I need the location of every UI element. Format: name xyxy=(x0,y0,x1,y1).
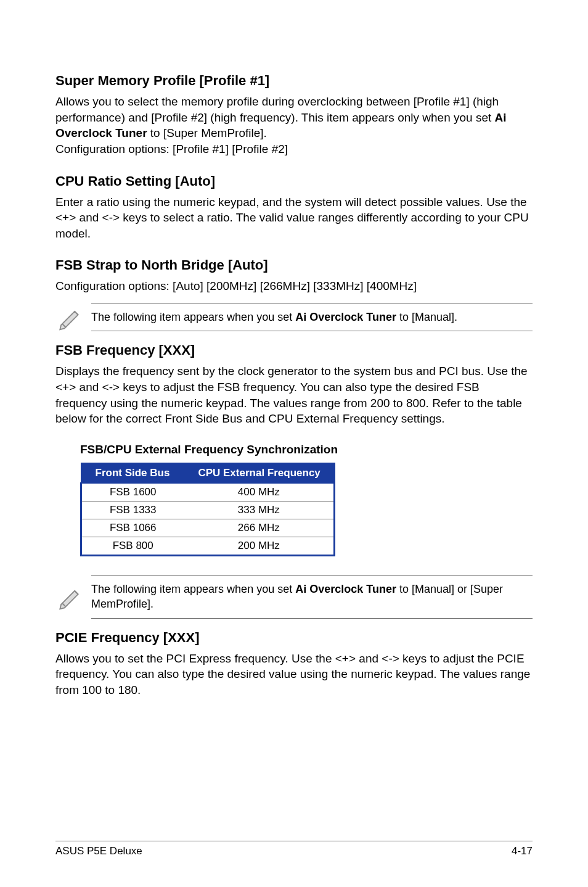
note-box: The following item appears when you set … xyxy=(55,303,533,331)
paragraph: Displays the frequency sent by the clock… xyxy=(55,363,533,427)
table-row: FSB 1600 400 MHz xyxy=(81,483,335,501)
table-cell: FSB 800 xyxy=(81,537,184,555)
table-cell: 200 MHz xyxy=(184,537,334,555)
section-pcie-frequency: PCIE Frequency [XXX] Allows you to set t… xyxy=(55,630,533,698)
frequency-table: Front Side Bus CPU External Frequency FS… xyxy=(80,463,335,556)
section-fsb-frequency: FSB Frequency [XXX] Displays the frequen… xyxy=(55,342,533,427)
note-content: The following item appears when you set … xyxy=(91,575,533,619)
section-super-memory-profile: Super Memory Profile [Profile #1] Allows… xyxy=(55,73,533,157)
table-cell: 400 MHz xyxy=(184,483,334,501)
pencil-icon xyxy=(55,583,83,610)
table-header-cell: CPU External Frequency xyxy=(184,463,334,483)
table-cell: FSB 1066 xyxy=(81,519,184,537)
table-cell: 333 MHz xyxy=(184,501,334,519)
note-box: The following item appears when you set … xyxy=(55,575,533,619)
text: to [Manual]. xyxy=(396,311,457,323)
table-cell: FSB 1600 xyxy=(81,483,184,501)
paragraph-config-options: Configuration options: [Profile #1] [Pro… xyxy=(55,141,533,157)
bold-text: Ai Overclock Tuner xyxy=(295,311,396,323)
table-header-cell: Front Side Bus xyxy=(81,463,184,483)
bold-text: Ai Overclock Tuner xyxy=(295,583,396,595)
text: The following item appears when you set xyxy=(91,311,295,323)
table-caption: FSB/CPU External Frequency Synchronizati… xyxy=(80,443,533,456)
section-cpu-ratio-setting: CPU Ratio Setting [Auto] Enter a ratio u… xyxy=(55,173,533,242)
text: Allows you to select the memory profile … xyxy=(55,95,499,124)
text: to [Super MemProfile]. xyxy=(147,126,267,139)
paragraph: Enter a ratio using the numeric keypad, … xyxy=(55,194,533,242)
table-cell: FSB 1333 xyxy=(81,501,184,519)
paragraph: Allows you to set the PCI Express freque… xyxy=(55,651,533,698)
page-footer: ASUS P5E Deluxe 4-17 xyxy=(55,841,533,857)
heading-fsb-strap: FSB Strap to North Bridge [Auto] xyxy=(55,257,533,273)
heading-fsb-frequency: FSB Frequency [XXX] xyxy=(55,342,533,358)
footer-product-name: ASUS P5E Deluxe xyxy=(55,845,142,857)
table-row: FSB 1066 266 MHz xyxy=(81,519,335,537)
heading-cpu-ratio-setting: CPU Ratio Setting [Auto] xyxy=(55,173,533,189)
table-row: FSB 1333 333 MHz xyxy=(81,501,335,519)
table-fsb-cpu-sync: FSB/CPU External Frequency Synchronizati… xyxy=(80,443,533,556)
footer-page-number: 4-17 xyxy=(512,845,533,857)
section-fsb-strap: FSB Strap to North Bridge [Auto] Configu… xyxy=(55,257,533,294)
text: The following item appears when you set xyxy=(91,583,295,595)
pencil-icon xyxy=(55,303,83,331)
note-content: The following item appears when you set … xyxy=(91,303,533,331)
paragraph-config-options: Configuration options: [Auto] [200MHz] [… xyxy=(55,278,533,294)
table-header-row: Front Side Bus CPU External Frequency xyxy=(81,463,335,483)
table-cell: 266 MHz xyxy=(184,519,334,537)
table-row: FSB 800 200 MHz xyxy=(81,537,335,555)
heading-pcie-frequency: PCIE Frequency [XXX] xyxy=(55,630,533,646)
heading-super-memory-profile: Super Memory Profile [Profile #1] xyxy=(55,73,533,89)
paragraph: Allows you to select the memory profile … xyxy=(55,94,533,141)
